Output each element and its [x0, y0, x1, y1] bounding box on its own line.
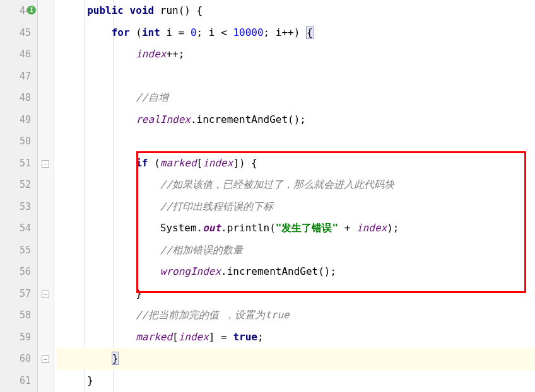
- code-line[interactable]: //相加错误的数量: [57, 239, 535, 262]
- line-number: 44 ↑: [0, 0, 37, 22]
- brace-highlight: {: [306, 26, 314, 39]
- code-line[interactable]: //自增: [57, 87, 535, 109]
- line-number: 50: [0, 130, 37, 153]
- code-line[interactable]: //如果该值，已经被加过了，那么就会进入此代码块: [57, 174, 535, 196]
- line-number: 59: [0, 326, 37, 349]
- fold-gutter: − − −: [38, 0, 54, 392]
- line-number: 52: [0, 174, 37, 196]
- line-number: 60: [0, 348, 37, 370]
- line-number: 54: [0, 217, 37, 239]
- line-number: 47: [0, 66, 37, 88]
- code-line[interactable]: for (int i = 0; i < 10000; i++) {: [57, 22, 535, 44]
- line-number: 55: [0, 239, 37, 262]
- implementation-icon[interactable]: [27, 6, 36, 14]
- line-number: 58: [0, 304, 37, 326]
- code-editor[interactable]: public void run() { for (int i = 0; i < …: [54, 0, 535, 392]
- brace-highlight: }: [112, 352, 119, 365]
- fold-marker-icon[interactable]: −: [42, 355, 49, 363]
- line-number: 48: [0, 87, 37, 109]
- code-line[interactable]: if (marked[index]) {: [57, 153, 535, 175]
- code-line[interactable]: //打印出线程错误的下标: [57, 196, 535, 218]
- line-number: 49: [0, 109, 37, 131]
- line-number: 51: [0, 153, 37, 175]
- line-number: 46: [0, 43, 37, 66]
- code-line[interactable]: marked[index] = true;: [57, 326, 535, 349]
- code-line[interactable]: realIndex.incrementAndGet();: [57, 109, 535, 131]
- code-line[interactable]: [57, 66, 535, 88]
- line-number: 45: [0, 22, 37, 44]
- line-number: 56: [0, 261, 37, 283]
- line-number: 61: [0, 370, 37, 392]
- code-line[interactable]: wrongIndex.incrementAndGet();: [57, 261, 535, 283]
- code-line[interactable]: }: [57, 370, 535, 392]
- code-line-current[interactable]: }: [57, 348, 535, 370]
- line-number: 53: [0, 196, 37, 218]
- code-line[interactable]: [57, 130, 535, 153]
- line-number-gutter: 44 ↑ 45 46 47 48 49 50 51 52 53 54 55 56…: [0, 0, 38, 392]
- code-line[interactable]: public void run() {: [57, 0, 535, 22]
- code-line[interactable]: System.out.println("发生了错误" + index);: [57, 217, 535, 239]
- line-number: 57: [0, 283, 37, 305]
- code-line[interactable]: index++;: [57, 43, 535, 66]
- fold-marker-icon[interactable]: −: [42, 291, 49, 298]
- fold-marker-icon[interactable]: −: [42, 160, 49, 168]
- code-line[interactable]: //把当前加完的值 ，设置为true: [57, 304, 535, 326]
- code-line[interactable]: }: [57, 283, 535, 305]
